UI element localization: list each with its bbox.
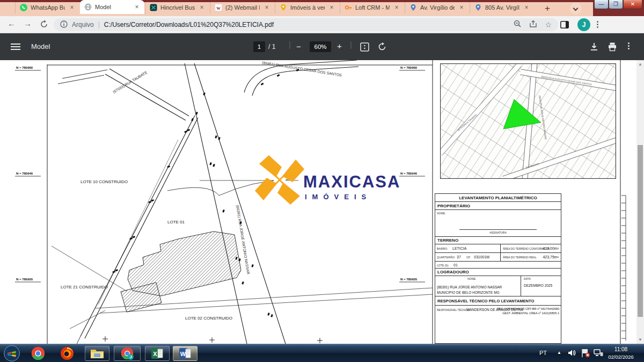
survey-data-table: LEVANTAMENTO PLANIALTIMÉTRICO PROPRIETÁR… <box>435 193 561 344</box>
zoom-out-button[interactable]: − <box>296 42 301 51</box>
taskbar-word-button[interactable]: W <box>173 346 197 361</box>
tab-maps-2[interactable]: 805 Av. Virgíli × <box>470 1 534 14</box>
tab-label: 805 Av. Virgíli <box>485 4 519 11</box>
street-augusto-label: (86451) RUA AUGUSTO CESAR DOS SANTOS <box>262 61 342 77</box>
url-text[interactable]: C:/Users/Corretor/Downloads/L01%20Q37%20… <box>104 21 274 28</box>
lot-01-label: LOTE 01 <box>167 220 185 225</box>
data-value: DEZEMBRO 2025 <box>524 284 552 287</box>
menu-icon[interactable] <box>11 44 20 45</box>
scrollbar-thumb[interactable] <box>638 145 643 317</box>
street-lines <box>52 60 433 344</box>
scroll-down-icon[interactable]: ▼ <box>636 336 644 344</box>
svg-text:N = 780940: N = 780940 <box>16 172 33 175</box>
maps-pin-icon <box>409 3 417 11</box>
tab-close-icon[interactable]: × <box>263 4 270 11</box>
start-button[interactable] <box>3 345 20 362</box>
tab-close-icon[interactable]: × <box>68 4 76 11</box>
download-icon[interactable] <box>589 42 599 54</box>
new-tab-button[interactable]: + <box>541 2 554 15</box>
browser-window: WhatsApp Bus × Model × Hincrivel Busin ×… <box>0 0 644 362</box>
tab-label: Model <box>95 4 130 10</box>
building-hatch <box>121 231 241 312</box>
reload-icon[interactable] <box>40 20 48 30</box>
tab-close-icon[interactable]: × <box>523 4 530 11</box>
zoom-in-button[interactable]: + <box>337 41 342 50</box>
logo-subtitle-text: IMÓVEIS <box>305 193 371 201</box>
volume-icon[interactable] <box>568 349 576 359</box>
scroll-up-icon[interactable]: ▲ <box>636 60 644 68</box>
table-resp-row: RESPONSÁVEL TÉCNICO: WANDERSON DE ARAUJO… <box>435 306 561 322</box>
tab-close-icon[interactable]: × <box>133 3 141 11</box>
omnibox[interactable]: Arquivo | C:/Users/Corretor/Downloads/L0… <box>54 18 558 31</box>
tab-label: Imóveis à vend <box>290 4 325 11</box>
quarteirao-label: QUARTEIRÃO: <box>437 256 455 259</box>
tray-expand-icon[interactable]: ▲ <box>557 350 561 355</box>
table-logradouro-header: LOGRADOURO <box>435 269 561 276</box>
gold-pin-icon <box>279 3 287 11</box>
tab-whatsapp[interactable]: WhatsApp Bus × <box>15 1 79 14</box>
back-icon[interactable]: ← <box>8 19 16 28</box>
taskbar-chrome-icon[interactable] <box>31 346 45 362</box>
bookmark-star-icon[interactable]: ☆ <box>545 20 552 29</box>
table-bairro-row: BAIRRO: LETICIA ÁREA DO TERRENO CONFORME… <box>435 244 561 253</box>
lote-label: LOTE (S): <box>437 264 449 267</box>
svg-text:X: X <box>153 351 157 357</box>
taskbar-chrome-profile-button[interactable]: J <box>114 346 141 361</box>
lot-21-label: LOTE 21 CONSTRUIDO <box>61 285 108 289</box>
forward-icon[interactable]: → <box>24 19 32 28</box>
maxicasa-logo-icon <box>255 155 304 205</box>
print-icon[interactable] <box>608 42 617 54</box>
tab-loft-crm[interactable]: Loft CRM - MA × <box>340 1 404 14</box>
logradouro-line2: MUNICIPIO DE BELO HORIZONTE MG <box>437 291 500 294</box>
quarteirao-value: 37 <box>457 255 461 259</box>
browser-menu-icon[interactable] <box>597 21 598 28</box>
tab-webmail[interactable]: w (2) Webmail L × <box>210 1 274 14</box>
area-real-value: 423,75m² <box>543 255 559 259</box>
tab-label: Hincrivel Busin <box>160 4 195 11</box>
minimize-button[interactable]: — <box>594 0 609 9</box>
zoom-out-icon[interactable] <box>514 20 522 30</box>
tab-label: Av. Virgílio de <box>420 4 455 11</box>
taskbar-excel-button[interactable]: X <box>145 346 170 361</box>
signature-label: ASSINATURA <box>435 231 561 234</box>
taskbar-firefox-icon[interactable] <box>60 346 74 362</box>
table-resp-header: RESPONSÁVEL TÉCNICO PELO LEVANTAMENTO PL… <box>435 296 561 306</box>
pdf-menu-icon[interactable] <box>628 42 630 49</box>
scrollbar[interactable]: ▲ ▼ <box>636 60 644 344</box>
tab-close-icon[interactable]: × <box>393 4 400 11</box>
share-icon[interactable] <box>529 20 537 30</box>
tray-clock[interactable]: 11:08 02/02/2026 <box>602 346 640 361</box>
table-quarteirao-row: QUARTEIRÃO: 37 CP: 031001M ÁREA DO TERRE… <box>435 253 561 262</box>
tab-hincrivel[interactable]: Hincrivel Busin × <box>145 1 209 14</box>
side-panel-icon[interactable] <box>560 21 569 31</box>
info-icon[interactable] <box>60 20 68 30</box>
close-button[interactable]: ✕ <box>623 0 642 9</box>
tab-search-chevron-button[interactable] <box>570 3 582 15</box>
whatsapp-icon <box>19 3 27 11</box>
tab-close-icon[interactable]: × <box>198 4 206 11</box>
tab-close-icon[interactable]: × <box>458 4 465 11</box>
pdf-title: Model <box>31 42 50 50</box>
address-bar: ← → Arquivo | C:/Users/Corretor/Download… <box>0 16 644 33</box>
language-indicator[interactable]: PT <box>539 350 547 356</box>
rotate-icon[interactable] <box>377 42 387 54</box>
taskbar-explorer-button[interactable] <box>85 346 109 361</box>
tab-close-icon[interactable]: × <box>328 4 335 11</box>
action-center-flag-icon[interactable] <box>581 349 590 360</box>
lot-10-label: LOTE 10 CONSTRUIDO <box>80 179 128 184</box>
svg-text:W: W <box>180 351 186 357</box>
tab-imoveis[interactable]: Imóveis à vend × <box>275 1 339 14</box>
clock-date: 02/02/2026 <box>602 353 640 361</box>
zoom-level-input[interactable]: 60% <box>310 41 331 52</box>
profile-avatar[interactable]: J <box>577 18 590 31</box>
tab-label: WhatsApp Bus <box>31 4 65 11</box>
svg-text:N = 780960: N = 780960 <box>400 66 418 69</box>
table-terreno-header: TERRENO <box>435 237 561 244</box>
page-number-input[interactable]: 1 <box>253 41 265 52</box>
signature-line <box>459 229 537 230</box>
tab-label: Loft CRM - MA <box>355 4 390 11</box>
tab-maps-1[interactable]: Av. Virgílio de × <box>405 1 469 14</box>
maximize-button[interactable]: ❒ <box>609 0 623 9</box>
fit-page-icon[interactable] <box>360 42 369 54</box>
tab-model[interactable]: Model × <box>80 0 144 14</box>
